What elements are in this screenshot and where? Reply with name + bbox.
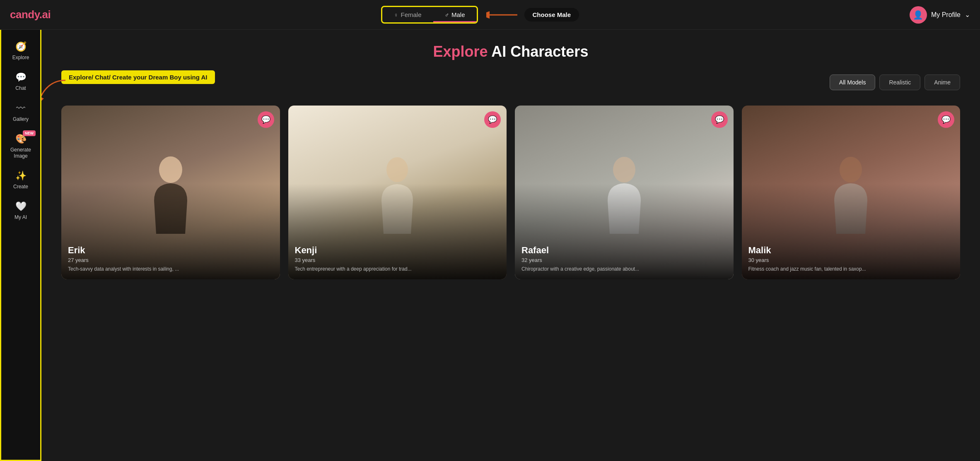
- card-chat-button-malik[interactable]: 💬: [938, 111, 954, 128]
- card-desc-kenji: Tech entrepreneur with a deep appreciati…: [295, 266, 500, 273]
- sidebar-item-create[interactable]: ✨ Create: [2, 166, 39, 194]
- sidebar-item-label: Explore: [12, 55, 29, 60]
- subtitle-box: Explore/ Chat/ Create your Dream Boy usi…: [61, 70, 215, 84]
- card-info-erik: Erik 27 years Tech-savvy data analyst wi…: [68, 245, 273, 273]
- orange-arrow-icon: [486, 9, 519, 21]
- sidebar-item-chat[interactable]: 💬 Chat: [2, 67, 39, 96]
- female-tab[interactable]: ♀ Female: [382, 7, 433, 22]
- card-name-erik: Erik: [68, 245, 273, 256]
- title-rest: AI Characters: [488, 43, 589, 60]
- filter-realistic[interactable]: Realistic: [879, 74, 920, 90]
- svg-point-3: [159, 156, 182, 183]
- card-desc-erik: Tech-savvy data analyst with interests i…: [68, 266, 273, 273]
- sidebar-item-myai[interactable]: 🤍 My AI: [2, 196, 39, 225]
- card-age-malik: 30 years: [748, 257, 954, 263]
- header: candy.ai ♀ Female ♂ Male: [0, 0, 980, 30]
- choose-male-text: Choose Male: [533, 11, 571, 18]
- logo-ai: ai: [42, 8, 51, 21]
- svg-point-5: [613, 157, 635, 182]
- card-rafael[interactable]: 💬 Rafael 32 years Chiropractor with a cr…: [515, 106, 734, 279]
- main-content: Explore AI Characters Explore/ Chat/ Cre…: [41, 30, 980, 461]
- card-chat-button-kenji[interactable]: 💬: [484, 111, 501, 128]
- page-title: Explore AI Characters: [61, 43, 960, 60]
- male-tab[interactable]: ♂ Male: [433, 7, 477, 22]
- gallery-icon: 〰: [16, 103, 25, 114]
- new-badge: New: [23, 130, 36, 136]
- card-name-rafael: Rafael: [521, 245, 727, 256]
- subtitle-filter-row: Explore/ Chat/ Create your Dream Boy usi…: [61, 70, 960, 94]
- sidebar-item-gallery[interactable]: 〰 Gallery: [2, 98, 39, 127]
- subtitle-text: Explore/ Chat/ Create your Dream Boy usi…: [69, 74, 208, 81]
- filter-anime[interactable]: Anime: [924, 74, 960, 90]
- gender-tabs: ♀ Female ♂ Male: [381, 6, 478, 24]
- choose-male-label: Choose Male: [524, 8, 579, 22]
- chevron-down-icon: ⌄: [965, 11, 970, 19]
- card-info-kenji: Kenji 33 years Tech entrepreneur with a …: [295, 245, 500, 273]
- profile-button[interactable]: 👤 My Profile ⌄: [910, 6, 970, 24]
- filter-buttons: All Models Realistic Anime: [830, 74, 960, 90]
- chat-icon: 💬: [15, 72, 27, 83]
- card-age-rafael: 32 years: [521, 257, 727, 263]
- male-symbol: ♂: [445, 12, 449, 18]
- create-icon: ✨: [15, 170, 27, 181]
- sidebar-item-explore[interactable]: 🧭 Explore: [2, 36, 39, 65]
- card-chat-button-rafael[interactable]: 💬: [711, 111, 728, 128]
- filter-all-models[interactable]: All Models: [830, 74, 876, 90]
- sidebar-item-label: Generate Image: [6, 147, 36, 159]
- female-label: Female: [401, 11, 421, 18]
- card-malik[interactable]: 💬 Malik 30 years Fitness coach and jazz …: [742, 106, 961, 279]
- logo: candy.ai: [10, 8, 51, 21]
- sidebar: 🧭 Explore 💬 Chat 〰 Gallery New 🎨 Generat…: [0, 30, 41, 461]
- profile-label: My Profile: [931, 11, 961, 19]
- sidebar-item-label: My AI: [14, 214, 27, 220]
- card-name-kenji: Kenji: [295, 245, 500, 256]
- svg-point-4: [386, 157, 408, 182]
- card-erik[interactable]: 💬 Erik 27 years Tech-savvy data analyst …: [61, 106, 280, 279]
- card-name-malik: Malik: [748, 245, 954, 256]
- card-age-erik: 27 years: [68, 257, 273, 263]
- card-info-rafael: Rafael 32 years Chiropractor with a crea…: [521, 245, 727, 273]
- sidebar-item-generate[interactable]: New 🎨 Generate Image: [2, 129, 39, 164]
- choose-male-annotation: Choose Male: [486, 8, 579, 22]
- card-age-kenji: 33 years: [295, 257, 500, 263]
- svg-point-6: [840, 157, 862, 182]
- female-symbol: ♀: [394, 12, 398, 18]
- male-label: Male: [451, 11, 465, 18]
- sidebar-item-label: Chat: [15, 85, 26, 91]
- card-chat-button-erik[interactable]: 💬: [258, 111, 274, 128]
- card-desc-rafael: Chiropractor with a creative edge, passi…: [521, 266, 727, 273]
- card-desc-malik: Fitness coach and jazz music fan, talent…: [748, 266, 954, 273]
- avatar: 👤: [910, 6, 927, 24]
- explore-icon: 🧭: [15, 41, 27, 52]
- sidebar-item-label: Gallery: [13, 116, 29, 122]
- title-highlight: Explore: [433, 43, 488, 60]
- card-info-malik: Malik 30 years Fitness coach and jazz mu…: [748, 245, 954, 273]
- sidebar-item-label: Create: [13, 184, 28, 190]
- card-kenji[interactable]: 💬 Kenji 33 years Tech entrepreneur with …: [288, 106, 507, 279]
- myai-icon: 🤍: [15, 201, 27, 212]
- layout: 🧭 Explore 💬 Chat 〰 Gallery New 🎨 Generat…: [0, 30, 980, 461]
- logo-text: candy: [10, 8, 39, 21]
- cards-grid: 💬 Erik 27 years Tech-savvy data analyst …: [61, 106, 960, 279]
